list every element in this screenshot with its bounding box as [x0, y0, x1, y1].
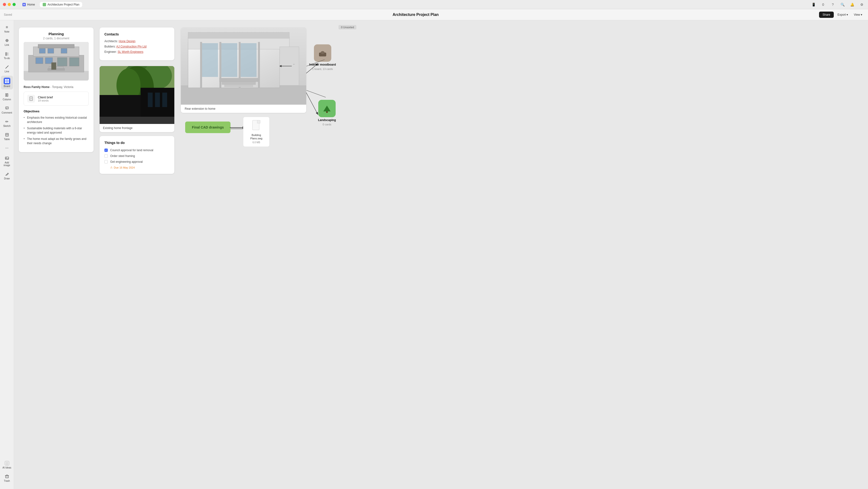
- todo-text-3: Get engineering approval: [110, 160, 143, 163]
- svg-rect-41: [69, 58, 79, 66]
- frontage-card: Existing home frontage: [100, 66, 174, 132]
- svg-rect-65: [181, 85, 306, 105]
- builder-link[interactable]: AJ Construction Pty Ltd: [116, 45, 146, 48]
- checkbox-3[interactable]: [104, 160, 108, 163]
- svg-rect-37: [38, 44, 74, 48]
- sidebar-item-todo[interactable]: To-do: [1, 49, 13, 61]
- file-size: 6.0 MB: [247, 141, 266, 144]
- svg-rect-25: [6, 464, 8, 465]
- svg-rect-11: [7, 81, 9, 83]
- sidebar-item-column[interactable]: Column: [1, 90, 13, 103]
- sidebar-item-more[interactable]: ···: [1, 144, 13, 153]
- objectives-list: Emphasis the homes existing historical c…: [24, 116, 89, 145]
- sidebar-item-line[interactable]: Line: [1, 62, 13, 75]
- note-icon: ≡: [6, 25, 8, 30]
- contacts-title: Contacts: [104, 32, 169, 36]
- contact-engineer: Engineer: SL Worth Engineers: [104, 50, 169, 54]
- landscaping-subtitle: 0 cards: [322, 123, 331, 126]
- sidebar-item-link[interactable]: Link: [1, 36, 13, 48]
- saved-status: Saved: [4, 13, 12, 17]
- svg-rect-42: [39, 49, 45, 53]
- todo-icon: [5, 51, 9, 56]
- engineer-link[interactable]: SL Worth Engineers: [118, 50, 144, 54]
- sidebar-item-add-image[interactable]: Add image: [1, 154, 13, 169]
- sidebar-item-note[interactable]: ≡ Note: [1, 23, 13, 35]
- cad-node[interactable]: Final CAD drawings: [185, 122, 230, 133]
- titlebar-actions: 📱 0 ? 🔍 🔔 ⚙: [810, 1, 865, 8]
- cad-label: Final CAD drawings: [192, 125, 224, 129]
- todo-item-3: Get engineering approval: [104, 160, 169, 163]
- todo-card: Things to do ✓ Council approval for land…: [100, 136, 174, 174]
- file-node[interactable]: Building Plans.swg 6.0 MB: [243, 117, 270, 147]
- trash-icon: [5, 474, 9, 479]
- svg-rect-10: [5, 81, 7, 83]
- page-title: Architecture Project Plan: [393, 12, 439, 17]
- sidebar-label-todo: To-do: [4, 57, 10, 60]
- sidebar-item-table[interactable]: Table: [1, 130, 13, 143]
- sidebar-item-comment[interactable]: Comment: [1, 104, 13, 116]
- moodboard-widget[interactable]: Interior moodboard 1 board, 13 cards: [309, 44, 336, 70]
- objectives-section: Objectives Emphasis the homes existing h…: [19, 110, 94, 152]
- notifications-icon[interactable]: 🔔: [849, 1, 856, 8]
- sidebar-label-column: Column: [3, 98, 11, 101]
- contact-architect: Architects: Hone Design: [104, 39, 169, 43]
- column-icon: [5, 92, 9, 98]
- canvas-content: 0 Unsorted: [19, 25, 356, 242]
- svg-rect-40: [57, 58, 67, 66]
- svg-rect-13: [7, 94, 8, 96]
- svg-rect-3: [5, 53, 7, 54]
- svg-line-31: [306, 93, 318, 114]
- canvas: 0 Unsorted: [14, 20, 868, 489]
- sidebar-label-draw: Draw: [4, 177, 10, 180]
- due-date-label: Due 16 May 2024: [114, 166, 135, 169]
- svg-rect-43: [48, 49, 54, 53]
- svg-line-7: [5, 66, 8, 68]
- link-icon: [5, 38, 9, 43]
- sidebar-item-trash[interactable]: Trash: [1, 472, 13, 484]
- board-icon: [4, 78, 10, 84]
- sidebar-item-draw[interactable]: Draw: [1, 170, 13, 182]
- view-button[interactable]: View ▾: [852, 12, 864, 18]
- landscaping-widget[interactable]: Landscaping 0 cards: [318, 100, 336, 126]
- landscaping-connector: [306, 90, 326, 97]
- client-brief-box[interactable]: Client brief 19 words: [24, 92, 89, 105]
- svg-rect-34: [24, 71, 89, 81]
- device-icon[interactable]: 📱: [810, 1, 817, 8]
- sidebar-item-board[interactable]: Board: [1, 76, 13, 89]
- sidebar-item-ai-ideas[interactable]: AI Ideas: [1, 459, 13, 471]
- objectives-title: Objectives: [24, 110, 89, 113]
- help-icon[interactable]: ?: [830, 1, 836, 8]
- todo-title: Things to do: [104, 141, 169, 145]
- svg-rect-60: [148, 93, 153, 107]
- share-button[interactable]: Share: [819, 11, 834, 18]
- svg-rect-78: [224, 85, 253, 87]
- sidebar-label-board: Board: [4, 85, 10, 88]
- maximize-button[interactable]: [12, 3, 16, 6]
- checkbox-2[interactable]: [104, 154, 108, 158]
- tab-architecture[interactable]: Architecture Project Plan: [40, 2, 82, 7]
- rear-card: ← Rear extension to home: [181, 28, 306, 113]
- settings-icon[interactable]: ⚙: [858, 1, 865, 8]
- minimize-button[interactable]: [8, 3, 11, 6]
- list-item: Sustainable building materials with a 6-…: [24, 126, 89, 135]
- checkbox-1[interactable]: ✓: [104, 149, 108, 152]
- tab-color-dot: [43, 3, 46, 6]
- comment-icon: [5, 105, 9, 111]
- search-icon[interactable]: 🔍: [839, 1, 846, 8]
- sidebar-label-link: Link: [5, 44, 9, 46]
- architect-link[interactable]: Hone Design: [119, 39, 135, 43]
- tab-bar: M Home Architecture Project Plan: [20, 2, 82, 7]
- svg-rect-72: [258, 42, 260, 88]
- tab-home[interactable]: M Home: [20, 2, 38, 7]
- svg-rect-63: [100, 117, 174, 124]
- frontage-caption: Existing home frontage: [100, 124, 174, 132]
- svg-rect-69: [200, 42, 202, 88]
- export-button[interactable]: Export ▾: [836, 12, 850, 18]
- svg-rect-75: [241, 43, 256, 77]
- close-button[interactable]: [3, 3, 6, 6]
- titlebar: M Home Architecture Project Plan 📱 0 ? 🔍…: [0, 0, 868, 9]
- toolbar-actions: Share Export ▾ View ▾: [819, 11, 864, 18]
- todo-due: ⚠ Due 16 May 2024: [104, 166, 169, 169]
- sidebar-item-sketch[interactable]: ✏ Sketch: [1, 117, 13, 129]
- window-controls: [3, 3, 16, 6]
